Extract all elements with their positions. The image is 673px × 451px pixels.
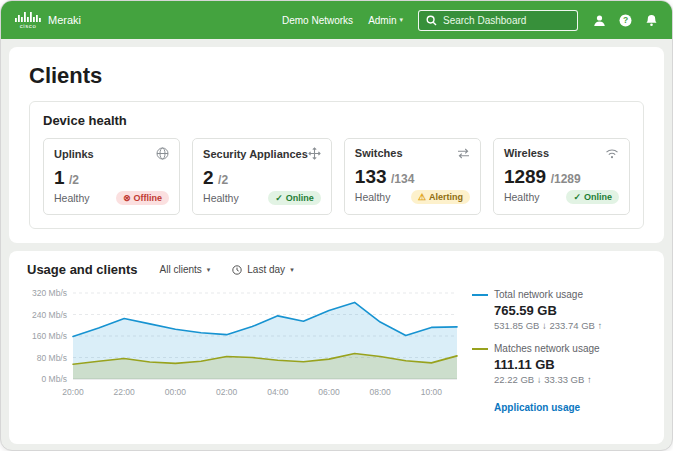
clock-icon xyxy=(232,265,242,275)
svg-text:04:00: 04:00 xyxy=(267,387,289,397)
svg-text:06:00: 06:00 xyxy=(318,387,340,397)
legend-name: Matches network usage xyxy=(494,343,600,354)
status-badge: ⚠ Alerting xyxy=(411,190,470,204)
total-count: /134 xyxy=(391,172,414,186)
card-label: Switches xyxy=(355,147,403,159)
time-range-label: Last day xyxy=(247,264,285,275)
application-usage-link[interactable]: Application usage xyxy=(494,402,580,413)
network-selector[interactable]: Demo Networks xyxy=(282,15,353,26)
usage-title: Usage and clients xyxy=(27,262,138,277)
svg-text:00:00: 00:00 xyxy=(165,387,187,397)
total-count: /2 xyxy=(69,173,79,187)
upload-total: 33.33 GB xyxy=(544,374,584,385)
healthy-count: 2 xyxy=(203,167,214,188)
chart-legend: Total network usage 765.59 GB 531.85 GB … xyxy=(468,285,646,415)
svg-text:80 Mb/s: 80 Mb/s xyxy=(37,353,67,363)
legend-breakdown: 531.85 GB ↓ 233.74 GB ↑ xyxy=(494,320,646,331)
status-badge: ✓ Online xyxy=(566,190,619,204)
device-health-card-uplinks[interactable]: Uplinks 1 /2 Healthy xyxy=(43,138,180,215)
online-check-icon: ✓ xyxy=(275,193,283,203)
wifi-icon xyxy=(605,148,619,159)
total-count: /1289 xyxy=(551,172,581,186)
healthy-label: Healthy xyxy=(355,191,391,203)
admin-menu-label: Admin xyxy=(368,15,396,26)
help-icon[interactable]: ? xyxy=(619,14,632,27)
search-input[interactable] xyxy=(443,15,570,26)
clients-filter-label: All clients xyxy=(160,264,202,275)
device-health-card-security-appliances[interactable]: Security Appliances 2 /2 xyxy=(192,138,332,215)
status-badge: ⊗ Offline xyxy=(116,191,169,205)
usage-chart: 0 Mb/s80 Mb/s160 Mb/s240 Mb/s320 Mb/s20:… xyxy=(27,285,467,403)
user-account-icon[interactable] xyxy=(593,14,606,27)
total-usage-swatch-icon xyxy=(472,294,488,296)
download-arrow-icon: ↓ xyxy=(537,374,542,385)
card-label: Uplinks xyxy=(54,148,94,160)
device-health-cards: Uplinks 1 /2 Healthy xyxy=(43,138,630,215)
legend-breakdown: 22.22 GB ↓ 33.33 GB ↑ xyxy=(494,374,646,385)
status-badge: ✓ Online xyxy=(268,191,321,205)
globe-icon xyxy=(156,147,169,160)
brand-logo[interactable]: cisco Meraki xyxy=(15,12,81,29)
svg-text:240 Mb/s: 240 Mb/s xyxy=(32,310,67,320)
search-box[interactable] xyxy=(418,10,578,31)
legend-value: 765.59 GB xyxy=(494,303,646,318)
notifications-bell-icon[interactable] xyxy=(645,14,658,27)
meraki-dashboard: cisco Meraki Demo Networks Admin ▾ xyxy=(0,0,673,451)
legend-value: 111.11 GB xyxy=(494,357,646,372)
svg-text:?: ? xyxy=(623,15,628,25)
device-health-card-wireless[interactable]: Wireless 1289 /1289 xyxy=(493,138,630,215)
healthy-count: 133 xyxy=(355,166,387,187)
svg-text:02:00: 02:00 xyxy=(216,387,238,397)
download-total: 531.85 GB xyxy=(494,320,539,331)
svg-text:0 Mb/s: 0 Mb/s xyxy=(41,374,67,384)
healthy-count: 1 xyxy=(54,167,65,188)
upload-total: 233.74 GB xyxy=(549,320,594,331)
badge-text: Online xyxy=(584,192,612,202)
chevron-down-icon: ▾ xyxy=(399,16,403,24)
matches-usage-swatch-icon xyxy=(472,348,488,350)
legend-matches-network-usage: Matches network usage 111.11 GB 22.22 GB… xyxy=(472,343,646,385)
clients-card: Clients Device health Uplinks xyxy=(9,47,664,243)
meraki-wordmark: Meraki xyxy=(48,14,81,26)
svg-text:320 Mb/s: 320 Mb/s xyxy=(32,288,67,298)
network-selector-label: Demo Networks xyxy=(282,15,353,26)
svg-text:160 Mb/s: 160 Mb/s xyxy=(32,331,67,341)
topbar-icons: ? xyxy=(593,14,658,27)
topbar-right-group: Demo Networks Admin ▾ xyxy=(282,10,658,31)
healthy-label: Healthy xyxy=(203,192,239,204)
legend-total-network-usage: Total network usage 765.59 GB 531.85 GB … xyxy=(472,289,646,331)
healthy-label: Healthy xyxy=(54,192,90,204)
download-arrow-icon: ↓ xyxy=(542,320,547,331)
healthy-label: Healthy xyxy=(504,191,540,203)
badge-text: Online xyxy=(286,193,314,203)
device-health-card-switches[interactable]: Switches 133 /134 xyxy=(344,138,481,215)
badge-text: Alerting xyxy=(429,192,463,202)
chevron-down-icon: ▾ xyxy=(290,266,294,274)
cisco-wordmark: cisco xyxy=(20,23,37,29)
usage-and-clients-card: Usage and clients All clients ▾ Last day… xyxy=(9,251,664,444)
badge-text: Offline xyxy=(134,193,163,203)
cisco-logo-icon: cisco xyxy=(15,12,41,29)
security-appliance-icon xyxy=(308,147,321,160)
usage-chart-area: 0 Mb/s80 Mb/s160 Mb/s240 Mb/s320 Mb/s20:… xyxy=(27,285,468,415)
main-content: Clients Device health Uplinks xyxy=(1,39,672,451)
clients-filter-dropdown[interactable]: All clients ▾ xyxy=(160,264,211,275)
device-health-title: Device health xyxy=(43,113,630,128)
svg-text:10:00: 10:00 xyxy=(421,387,443,397)
device-health-panel: Device health Uplinks xyxy=(29,101,644,229)
legend-name: Total network usage xyxy=(494,289,583,300)
total-count: /2 xyxy=(218,173,228,187)
admin-menu[interactable]: Admin ▾ xyxy=(368,15,403,26)
svg-text:22:00: 22:00 xyxy=(114,387,136,397)
time-range-dropdown[interactable]: Last day ▾ xyxy=(232,264,293,275)
download-total: 22.22 GB xyxy=(494,374,534,385)
switch-arrows-icon xyxy=(457,148,470,159)
svg-text:20:00: 20:00 xyxy=(62,387,84,397)
alert-warning-icon: ⚠ xyxy=(418,192,426,202)
upload-arrow-icon: ↑ xyxy=(598,320,603,331)
offline-icon: ⊗ xyxy=(123,193,131,203)
svg-text:08:00: 08:00 xyxy=(370,387,392,397)
chevron-down-icon: ▾ xyxy=(207,266,211,274)
upload-arrow-icon: ↑ xyxy=(587,374,592,385)
card-label: Wireless xyxy=(504,147,549,159)
